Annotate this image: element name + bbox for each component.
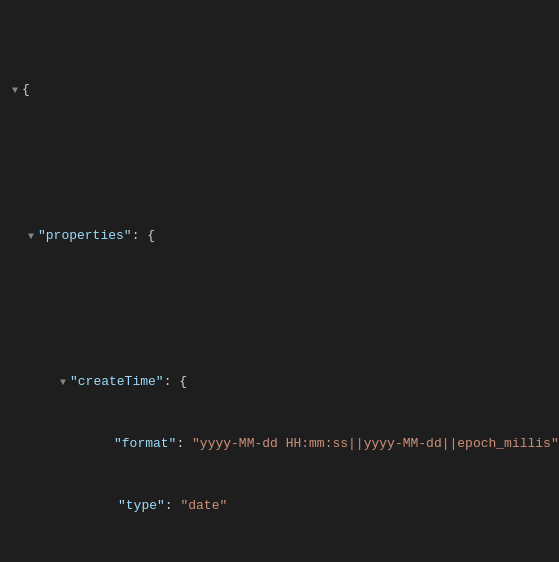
createTime-colon: : { (164, 372, 187, 393)
root-open-brace: { (22, 80, 30, 101)
code-block: ▼ { ▼ "properties": { ▼ "createTime": { … (0, 10, 559, 562)
properties-key: "properties" (38, 226, 132, 247)
createTime-type-line: "type": "date" (60, 496, 547, 517)
format-key: "format" (114, 434, 176, 455)
createTime-open-line: ▼ "createTime": { (60, 372, 547, 393)
createTime-key: "createTime" (70, 372, 164, 393)
properties-open-line: ▼ "properties": { (28, 226, 547, 247)
createTime-type-value: "date" (180, 496, 227, 517)
properties-colon: : { (132, 226, 155, 247)
format-line: "format": "yyyy-MM-dd HH:mm:ss||yyyy-MM-… (60, 434, 547, 455)
root-open-line: ▼ { (12, 80, 547, 101)
createTime-collapse-icon[interactable]: ▼ (60, 375, 70, 391)
type-spacer (108, 499, 118, 515)
root-collapse-icon[interactable]: ▼ (12, 83, 22, 99)
createTime-block: ▼ "createTime": { "format": "yyyy-MM-dd … (28, 330, 547, 562)
properties-collapse-icon[interactable]: ▼ (28, 229, 38, 245)
properties-block: ▼ "properties": { ▼ "createTime": { "for… (12, 184, 547, 562)
createTime-type-key: "type" (118, 496, 165, 517)
format-value: "yyyy-MM-dd HH:mm:ss||yyyy-MM-dd||epoch_… (192, 434, 559, 455)
